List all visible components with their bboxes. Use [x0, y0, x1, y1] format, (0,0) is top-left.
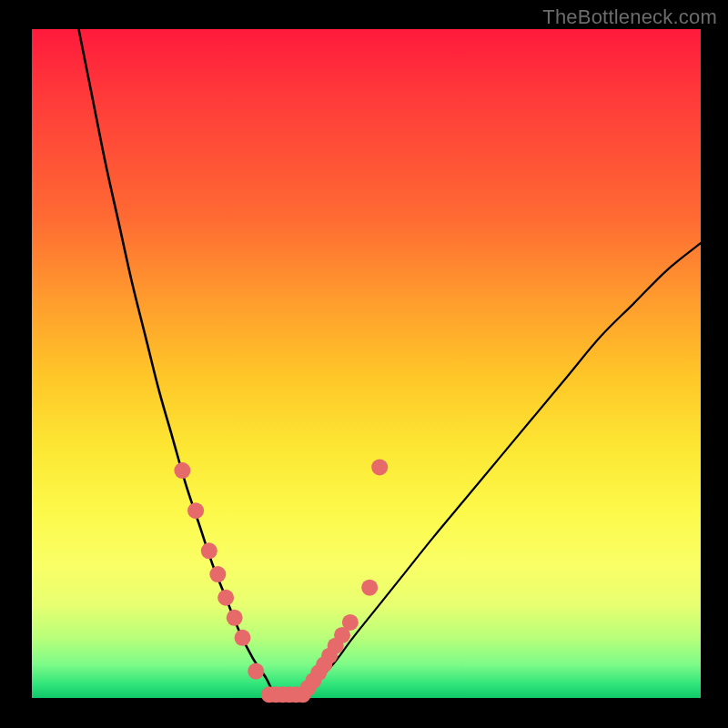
data-marker	[371, 459, 388, 475]
curve-right-branch	[299, 243, 701, 698]
data-marker	[187, 502, 204, 519]
data-marker	[201, 542, 217, 559]
data-marker	[174, 462, 190, 479]
watermark-text: TheBottleneck.com	[542, 5, 717, 29]
marker-group-left	[174, 462, 264, 679]
data-marker	[209, 566, 226, 582]
outer-frame: TheBottleneck.com	[0, 0, 728, 728]
data-marker	[248, 663, 264, 680]
data-marker	[235, 630, 251, 646]
data-marker	[342, 614, 359, 631]
marker-group-bottom	[261, 686, 304, 703]
data-marker	[288, 686, 304, 703]
chart-overlay	[32, 29, 701, 698]
marker-group-right	[295, 459, 389, 703]
data-marker	[361, 580, 378, 596]
data-marker	[217, 590, 234, 606]
curve-left-branch	[78, 29, 279, 698]
data-marker	[227, 610, 243, 626]
